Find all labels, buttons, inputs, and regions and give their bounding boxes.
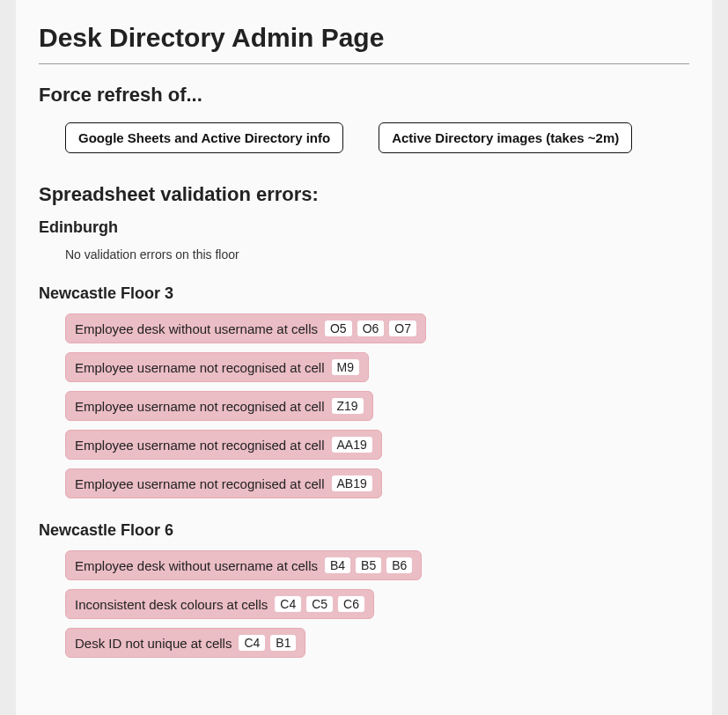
error-message: Employee desk without username at cells [75, 321, 318, 336]
validation-error: Employee username not recognised at cell… [65, 430, 382, 460]
error-list: Employee desk without username at cellsO… [65, 313, 689, 498]
no-errors-text: No validation errors on this floor [65, 247, 689, 262]
validation-error: Employee desk without username at cellsB… [65, 550, 422, 580]
cell-reference: B6 [386, 557, 412, 573]
refresh-button-row: Google Sheets and Active Directory info … [65, 122, 689, 153]
error-message: Employee username not recognised at cell [75, 438, 325, 453]
cell-reference: B4 [325, 557, 350, 573]
refresh-images-button[interactable]: Active Directory images (takes ~2m) [379, 122, 632, 153]
cell-reference: O7 [389, 321, 416, 336]
cell-reference: O5 [325, 321, 352, 336]
error-message: Employee username not recognised at cell [75, 360, 325, 375]
cell-reference: O6 [357, 321, 385, 336]
cell-reference: C6 [338, 596, 364, 612]
validation-error: Employee username not recognised at cell… [65, 391, 373, 421]
cell-reference: B1 [270, 635, 296, 651]
validation-error: Employee desk without username at cellsO… [65, 313, 426, 343]
validation-error: Employee username not recognised at cell… [65, 468, 382, 498]
floor-heading: Newcastle Floor 3 [39, 284, 689, 303]
cell-reference: M9 [332, 359, 359, 375]
validation-error: Desk ID not unique at cellsC4B1 [65, 628, 305, 658]
floor-heading: Edinburgh [39, 218, 689, 237]
error-message: Employee username not recognised at cell [75, 399, 325, 414]
error-message: Desk ID not unique at cells [75, 636, 232, 651]
error-message: Inconsistent desk colours at cells [75, 597, 268, 612]
error-message: Employee username not recognised at cell [75, 476, 325, 491]
page-title: Desk Directory Admin Page [39, 23, 689, 53]
cell-reference: Z19 [332, 398, 364, 414]
refresh-heading: Force refresh of... [39, 84, 689, 107]
cell-reference: C5 [306, 596, 333, 612]
error-list: Employee desk without username at cellsB… [65, 550, 689, 658]
validation-error: Employee username not recognised at cell… [65, 352, 369, 382]
cell-reference: C4 [239, 635, 265, 651]
validation-error: Inconsistent desk colours at cellsC4C5C6 [65, 589, 374, 619]
divider [39, 63, 689, 64]
validation-heading: Spreadsheet validation errors: [39, 183, 689, 206]
cell-reference: C4 [275, 596, 301, 612]
floor-heading: Newcastle Floor 6 [39, 521, 689, 540]
floors-container: EdinburghNo validation errors on this fl… [39, 218, 689, 658]
error-message: Employee desk without username at cells [75, 558, 318, 573]
cell-reference: B5 [356, 557, 381, 573]
cell-reference: AA19 [332, 437, 372, 453]
cell-reference: AB19 [332, 475, 372, 491]
refresh-sheets-button[interactable]: Google Sheets and Active Directory info [65, 122, 343, 153]
